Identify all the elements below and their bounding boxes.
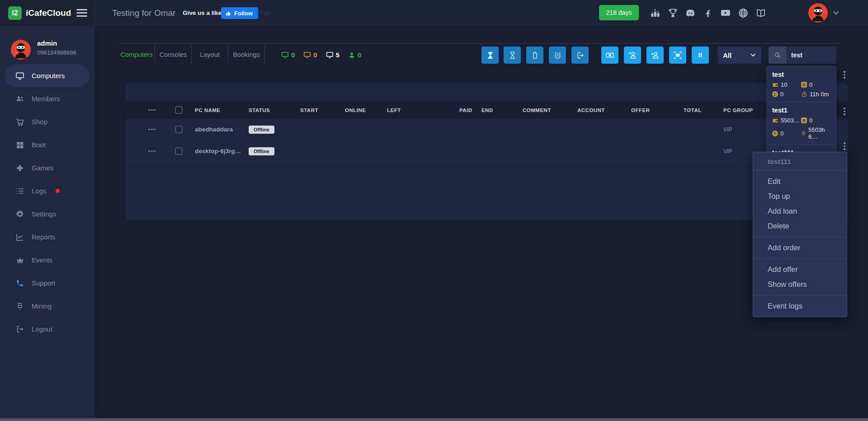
sidebar-item-members[interactable]: Members bbox=[0, 87, 95, 110]
sidebar-item-reports[interactable]: Reports bbox=[0, 225, 95, 248]
menu-item-delete[interactable]: Delete bbox=[753, 219, 847, 234]
hourglass-filled-icon bbox=[486, 51, 495, 60]
header-checkbox[interactable] bbox=[175, 101, 183, 119]
sidebar-item-events[interactable]: Events bbox=[0, 248, 95, 271]
sidebar-item-boot[interactable]: Boot bbox=[0, 133, 95, 156]
pc-name[interactable]: abedhaddara bbox=[195, 119, 233, 140]
cash-payment-button[interactable] bbox=[601, 47, 618, 64]
sidebar-item-shop[interactable]: Shop bbox=[0, 110, 95, 133]
admin-name: admin bbox=[37, 39, 57, 47]
column-account[interactable]: ACCOUNT bbox=[577, 101, 605, 119]
facebook-icon[interactable] bbox=[703, 8, 713, 19]
column-total[interactable]: TOTAL bbox=[684, 101, 702, 119]
screen-monitor-button[interactable] bbox=[669, 47, 686, 64]
coin-icon: C bbox=[772, 131, 778, 136]
sidebar-item-computers[interactable]: Computers bbox=[5, 64, 90, 87]
alarm-button[interactable] bbox=[549, 47, 566, 64]
column-end[interactable]: END bbox=[481, 101, 493, 119]
context-menu-header: test111 bbox=[753, 152, 847, 171]
pause-button[interactable] bbox=[692, 47, 709, 64]
search-result-test[interactable]: test 10 B 0 C 0 11h 0m bbox=[767, 66, 836, 102]
search-result-test1[interactable]: test1 5503… B 0 C 0 5503h 6… bbox=[767, 102, 836, 145]
pc-group: VIP bbox=[723, 140, 732, 162]
users-icon bbox=[15, 94, 24, 103]
sidebar-item-mining[interactable]: Mining bbox=[0, 295, 95, 318]
wallet-icon bbox=[772, 82, 778, 88]
avatar bbox=[808, 3, 828, 23]
gamepad-icon bbox=[15, 164, 24, 173]
menu-item-add-offer[interactable]: Add offer bbox=[753, 262, 847, 277]
column-left[interactable]: LEFT bbox=[387, 101, 401, 119]
column-start[interactable]: START bbox=[300, 101, 318, 119]
counter-pcs-in-use: 0 bbox=[281, 51, 295, 59]
menu-item-show-offers[interactable]: Show offers bbox=[753, 277, 847, 292]
app-logo-icon: i2 bbox=[8, 6, 22, 20]
search-box bbox=[769, 47, 836, 64]
column-paid[interactable]: PAID bbox=[459, 101, 472, 119]
search-input[interactable] bbox=[787, 47, 836, 64]
timer-empty-button[interactable] bbox=[504, 47, 521, 64]
select-all-checkbox[interactable] bbox=[175, 106, 183, 114]
cafe-title: Testing for Omar bbox=[112, 0, 175, 26]
battery-icon bbox=[531, 51, 539, 60]
filter-value: All bbox=[723, 51, 731, 59]
tab-consoles[interactable]: Consoles bbox=[155, 45, 192, 65]
discord-icon[interactable] bbox=[685, 8, 696, 19]
row-actions[interactable] bbox=[148, 119, 156, 140]
tab-computers[interactable]: Computers bbox=[118, 45, 155, 65]
add-member-star-button[interactable] bbox=[624, 47, 641, 64]
tab-bookings[interactable]: Bookings bbox=[228, 45, 265, 65]
result-kebab-menu-icon[interactable] bbox=[842, 142, 847, 150]
sidebar-item-support[interactable]: Support bbox=[0, 271, 95, 295]
days-remaining-badge[interactable]: 218 days bbox=[599, 5, 639, 20]
horizontal-scrollbar[interactable] bbox=[0, 418, 868, 421]
result-kebab-menu-icon[interactable] bbox=[842, 108, 847, 115]
hamburger-menu-icon[interactable] bbox=[76, 9, 87, 17]
account-menu-button[interactable] bbox=[808, 3, 839, 23]
youtube-icon[interactable] bbox=[720, 8, 731, 19]
pc-name[interactable]: desktop-6j3rg… bbox=[195, 140, 241, 162]
stopwatch-icon bbox=[801, 91, 807, 98]
menu-item-add-loan[interactable]: Add loan bbox=[753, 204, 847, 219]
ellipsis-icon bbox=[148, 150, 156, 152]
tab-layout[interactable]: Layout bbox=[192, 45, 228, 65]
sidebar-item-games[interactable]: Games bbox=[0, 156, 95, 179]
sidebar-item-logs[interactable]: Logs bbox=[0, 179, 95, 202]
column-offer[interactable]: OFFER bbox=[631, 101, 650, 119]
sidebar-user: admin 096184986696 bbox=[0, 26, 95, 64]
facebook-follow-button[interactable]: Follow bbox=[221, 7, 258, 19]
trophy-icon[interactable] bbox=[667, 8, 678, 19]
add-member-button[interactable] bbox=[646, 47, 664, 64]
shutdown-exit-button[interactable] bbox=[571, 47, 589, 64]
ranking-icon[interactable] bbox=[650, 8, 660, 19]
column-comment[interactable]: COMMENT bbox=[523, 101, 551, 119]
timer-full-button[interactable] bbox=[481, 47, 499, 64]
column-pc-group[interactable]: PC GROUP bbox=[723, 101, 753, 119]
coins-stat: C 0 bbox=[772, 91, 801, 98]
exit-arrow-icon bbox=[576, 51, 585, 60]
row-actions[interactable] bbox=[148, 140, 156, 162]
thumbs-up-icon bbox=[226, 10, 231, 16]
column-pc-name[interactable]: PC NAME bbox=[195, 101, 221, 119]
menu-item-event-logs[interactable]: Event logs bbox=[753, 299, 847, 313]
sidebar-item-logout[interactable]: Logout bbox=[0, 318, 95, 341]
result-kebab-menu-icon[interactable] bbox=[842, 71, 847, 79]
menu-item-edit[interactable]: Edit bbox=[753, 174, 847, 189]
column-status[interactable]: STATUS bbox=[249, 101, 270, 119]
globe-icon[interactable] bbox=[738, 8, 749, 19]
battery-button[interactable] bbox=[526, 47, 543, 64]
row-checkbox[interactable] bbox=[175, 147, 183, 155]
menu-item-add-order[interactable]: Add order bbox=[753, 240, 847, 255]
docs-book-icon[interactable] bbox=[755, 8, 766, 19]
pause-icon bbox=[696, 51, 704, 59]
status-badge: Offline bbox=[249, 147, 274, 155]
column-online[interactable]: ONLINE bbox=[345, 101, 366, 119]
notification-dot bbox=[56, 189, 60, 193]
sidebar-item-label: Shop bbox=[32, 118, 47, 126]
table-row: abedhaddara Offline VIP bbox=[126, 119, 848, 140]
sidebar-item-settings[interactable]: Settings bbox=[0, 202, 95, 225]
menu-item-top-up[interactable]: Top up bbox=[753, 189, 847, 204]
row-checkbox[interactable] bbox=[175, 126, 183, 133]
filter-select[interactable]: All bbox=[717, 47, 761, 64]
ellipsis-icon bbox=[148, 109, 156, 111]
